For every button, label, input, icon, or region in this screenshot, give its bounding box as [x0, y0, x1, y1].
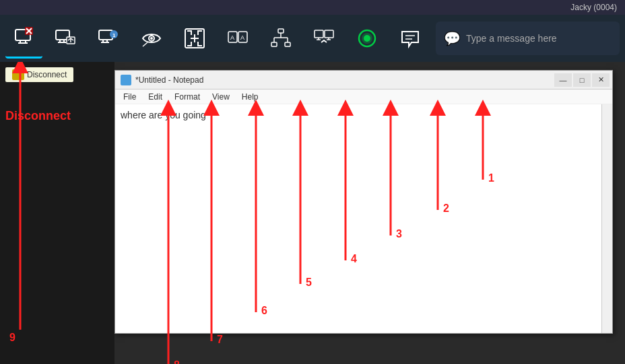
- notepad-text: where are you going: [121, 110, 206, 120]
- circle-check-btn[interactable]: [347, 18, 387, 59]
- maximize-btn[interactable]: □: [573, 73, 591, 87]
- menu-edit[interactable]: Edit: [143, 91, 168, 103]
- svg-rect-38: [315, 30, 323, 38]
- svg-point-22: [150, 37, 153, 40]
- disconnect-button[interactable]: Disconnect: [5, 67, 73, 82]
- monitor-1-btn[interactable]: 1: [88, 18, 129, 59]
- notepad-titlebar: *Untitled - Notepad — □ ✕: [115, 71, 612, 89]
- chat-icon: [399, 28, 421, 49]
- notepad-title-icon: [121, 75, 131, 85]
- minimize-btn[interactable]: —: [554, 73, 572, 87]
- svg-text:A: A: [240, 34, 244, 41]
- svg-text:A: A: [230, 34, 234, 41]
- window-controls: — □ ✕: [554, 73, 610, 87]
- svg-rect-33: [285, 42, 290, 46]
- menu-format[interactable]: Format: [169, 91, 205, 103]
- menu-view[interactable]: View: [207, 91, 235, 103]
- monitor-x-icon: [13, 27, 35, 48]
- disconnect-label: Disconnect: [5, 109, 71, 123]
- notepad-window: *Untitled - Notepad — □ ✕ File Edit Form…: [114, 70, 613, 334]
- badge-a-icon: A A: [227, 28, 249, 49]
- monitor-1-icon: 1: [98, 28, 119, 49]
- disconnect-toolbar-btn[interactable]: [5, 18, 42, 59]
- menu-file[interactable]: File: [118, 91, 141, 103]
- monitor-arrow-icon: [55, 28, 76, 49]
- transfer-btn[interactable]: [304, 18, 344, 59]
- disconnect-btn-icon: [12, 69, 24, 80]
- svg-rect-32: [271, 42, 277, 46]
- network-icon: [270, 28, 292, 49]
- message-placeholder: Type a message here: [466, 33, 557, 44]
- top-bar: Jacky (0004): [0, 0, 625, 15]
- menu-help[interactable]: Help: [236, 91, 264, 103]
- notepad-title: *Untitled - Notepad: [135, 75, 203, 85]
- svg-text:7: 7: [217, 334, 223, 345]
- notepad-content[interactable]: where are you going: [115, 104, 612, 333]
- toolbar: 1 A A: [0, 15, 625, 62]
- network-btn[interactable]: [261, 18, 301, 59]
- main-content: Disconnect Disconnect *Untitled - Notepa…: [0, 62, 625, 364]
- badge-a-btn[interactable]: A A: [218, 18, 258, 59]
- close-btn[interactable]: ✕: [592, 73, 610, 87]
- eye-icon: [141, 28, 162, 49]
- svg-text:1: 1: [112, 32, 116, 38]
- chat-btn[interactable]: [390, 18, 430, 59]
- expand-icon: [184, 28, 205, 49]
- expand-btn[interactable]: [174, 18, 215, 59]
- message-input-area[interactable]: 💬 Type a message here: [436, 22, 620, 55]
- monitor-arrow-btn[interactable]: [45, 18, 86, 59]
- window-title: Jacky (0004): [570, 3, 617, 12]
- svg-rect-31: [278, 29, 284, 33]
- svg-text:8: 8: [174, 359, 180, 364]
- transfer-icon: [313, 28, 335, 49]
- svg-rect-41: [325, 30, 333, 38]
- sidebar: Disconnect Disconnect: [0, 62, 114, 364]
- remote-desktop-area: *Untitled - Notepad — □ ✕ File Edit Form…: [114, 62, 625, 364]
- notepad-scrollbar[interactable]: [601, 104, 612, 333]
- message-chat-icon: 💬: [444, 30, 461, 46]
- svg-line-23: [143, 42, 147, 46]
- notepad-menubar: File Edit Format View Help: [115, 89, 612, 104]
- circle-check-icon: [356, 28, 378, 49]
- eye-btn[interactable]: [131, 18, 172, 59]
- svg-point-46: [364, 35, 370, 42]
- disconnect-btn-label: Disconnect: [27, 70, 67, 79]
